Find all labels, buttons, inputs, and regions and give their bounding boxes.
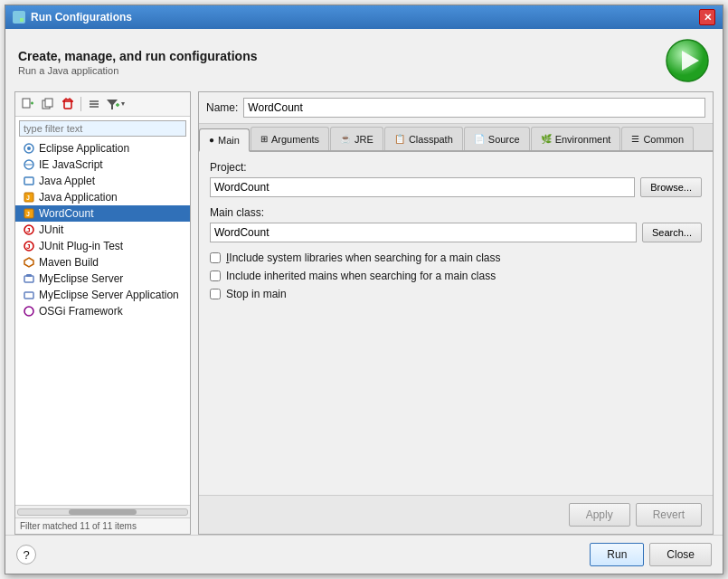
window-icon [13, 11, 25, 24]
help-button[interactable]: ? [16, 545, 36, 565]
environment-tab-icon: 🌿 [541, 134, 552, 144]
include-inherited-mains-label: Include inherited mains when searching f… [226, 270, 496, 282]
title-bar-left: Run Configurations [13, 11, 132, 24]
svg-marker-35 [24, 258, 33, 267]
run-button[interactable]: Run [590, 543, 644, 566]
list-item[interactable]: J JUnit Plug-in Test [15, 238, 190, 254]
filter-dropdown-button[interactable] [105, 98, 127, 110]
left-panel: Eclipse Application IE JavaScript Java A… [14, 91, 191, 535]
project-group: Project: Browse... [210, 161, 702, 197]
list-item-selected[interactable]: J WordCount [15, 205, 190, 222]
main-class-label: Main class: [210, 206, 702, 219]
tab-main[interactable]: ● Main [199, 128, 250, 152]
main-class-group: Main class: Search... [210, 206, 702, 242]
list-item[interactable]: Eclipse Application [15, 140, 190, 157]
list-item[interactable]: Java Applet [15, 173, 190, 189]
ie-icon [23, 158, 35, 171]
jre-tab-icon: ☕ [340, 134, 351, 144]
run-play-icon [665, 38, 710, 86]
main-class-input[interactable] [210, 223, 637, 242]
left-toolbar [15, 92, 190, 117]
svg-rect-0 [14, 13, 18, 16]
checkbox-row-2: Include inherited mains when searching f… [210, 270, 702, 282]
source-tab-icon: 📄 [474, 134, 485, 144]
delete-config-button[interactable] [59, 95, 77, 113]
include-system-libs-label: IInclude system libraries when searching… [226, 252, 500, 264]
title-bar: Run Configurations ✕ [5, 5, 723, 29]
list-item[interactable]: J Java Application [15, 189, 190, 205]
header-subtitle: Run a Java application [18, 65, 258, 76]
svg-rect-37 [26, 274, 32, 277]
tab-arguments[interactable]: ⊞ Arguments [251, 127, 329, 150]
main-content: Eclipse Application IE JavaScript Java A… [5, 91, 723, 535]
common-tab-icon: ☰ [631, 134, 639, 144]
main-tab-icon: ● [209, 135, 214, 145]
collapse-all-button[interactable] [85, 95, 103, 113]
footer-right: Run Close [590, 543, 712, 566]
window-title: Run Configurations [31, 11, 132, 24]
project-input[interactable] [210, 177, 635, 197]
junit-plugin-icon: J [23, 240, 35, 252]
svg-marker-21 [121, 102, 125, 106]
eclipse-app-icon [23, 142, 35, 155]
duplicate-config-button[interactable] [39, 95, 57, 113]
horizontal-scrollbar[interactable] [15, 505, 190, 517]
osgi-icon [23, 305, 35, 318]
filter-input[interactable] [19, 120, 186, 137]
window-close-button[interactable]: ✕ [699, 9, 715, 25]
tab-environment[interactable]: 🌿 Environment [531, 127, 621, 150]
svg-rect-26 [24, 177, 33, 185]
java-applet-icon [23, 175, 35, 187]
name-bar: Name: [199, 92, 713, 124]
stop-in-main-checkbox[interactable] [210, 289, 221, 299]
name-label: Name: [206, 101, 238, 114]
main-class-input-row: Search... [210, 223, 702, 242]
new-config-button[interactable] [19, 95, 37, 113]
tab-classpath[interactable]: 📋 Classpath [384, 127, 463, 150]
header-title: Create, manage, and run configurations [18, 49, 258, 63]
header-area: Create, manage, and run configurations R… [5, 29, 723, 91]
svg-text:J: J [26, 211, 30, 217]
svg-text:J: J [26, 226, 30, 234]
include-system-libs-checkbox[interactable] [210, 252, 221, 263]
list-item[interactable]: IE JavaScript [15, 157, 190, 173]
svg-point-39 [24, 307, 33, 316]
checkbox-row-1: IInclude system libraries when searching… [210, 252, 702, 264]
arguments-tab-icon: ⊞ [260, 134, 268, 144]
tab-common[interactable]: ☰ Common [621, 127, 694, 150]
header-text: Create, manage, and run configurations R… [18, 49, 258, 76]
junit-icon: J [23, 223, 35, 236]
svg-point-23 [27, 147, 31, 150]
svg-rect-36 [24, 276, 33, 282]
checkbox-row-3: Stop in main [210, 288, 702, 300]
close-button[interactable]: Close [649, 543, 712, 566]
window-body: Create, manage, and run configurations R… [5, 29, 723, 574]
filter-status: Filter matched 11 of 11 items [15, 517, 190, 534]
svg-rect-6 [23, 99, 30, 108]
wordcount-icon: J [23, 207, 35, 220]
maven-icon [23, 256, 35, 269]
stop-in-main-label: Stop in main [226, 288, 287, 300]
revert-button[interactable]: Revert [636, 503, 702, 527]
tab-jre[interactable]: ☕ JRE [330, 127, 383, 150]
apply-revert-bar: Apply Revert [199, 495, 713, 534]
toolbar-separator-1 [80, 97, 81, 111]
classpath-tab-icon: 📋 [394, 134, 405, 144]
svg-rect-2 [14, 18, 18, 22]
include-inherited-mains-checkbox[interactable] [210, 271, 221, 281]
list-item[interactable]: MyEclipse Server Application [15, 287, 190, 303]
svg-rect-38 [24, 292, 33, 299]
browse-button[interactable]: Browse... [640, 177, 702, 197]
apply-button[interactable]: Apply [569, 503, 630, 527]
list-item[interactable]: Maven Build [15, 254, 190, 271]
svg-rect-10 [45, 99, 52, 107]
tabs-bar: ● Main ⊞ Arguments ☕ JRE 📋 Classpath [199, 124, 713, 152]
list-item[interactable]: MyEclipse Server [15, 271, 190, 287]
config-name-input[interactable] [243, 98, 705, 118]
list-item[interactable]: OSGi Framework [15, 303, 190, 319]
tab-source[interactable]: 📄 Source [464, 127, 530, 150]
list-item[interactable]: J JUnit [15, 222, 190, 238]
footer-left: ? [16, 545, 36, 565]
search-button[interactable]: Search... [642, 223, 702, 242]
scrollbar-thumb [69, 509, 137, 515]
